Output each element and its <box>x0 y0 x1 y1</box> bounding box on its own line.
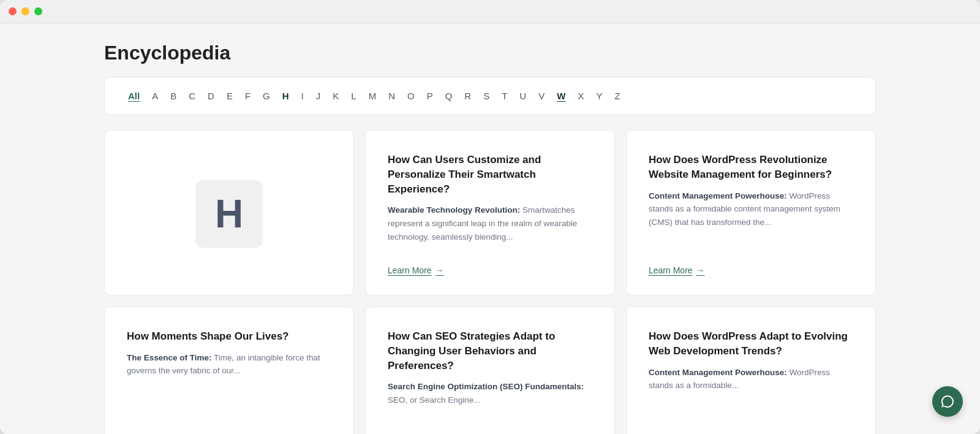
card-content: How Moments Shape Our Lives? The Essence… <box>127 329 331 419</box>
close-button[interactable] <box>9 7 17 15</box>
card-subtitle: The Essence of Time: <box>127 353 212 362</box>
seo-card: How Can SEO Strategies Adapt to Changing… <box>365 306 615 434</box>
alpha-link-m[interactable]: M <box>363 88 383 104</box>
card-title: How Does WordPress Adapt to Evolving Web… <box>649 329 853 359</box>
page-content: Encyclopedia All A B C D E F G H I J K L… <box>0 23 980 434</box>
card-content: How Can Users Customize and Personalize … <box>388 153 592 265</box>
letter-container: H <box>127 153 331 275</box>
card-title: How Can Users Customize and Personalize … <box>388 153 592 196</box>
wordpress-trends-card: How Does WordPress Adapt to Evolving Web… <box>626 306 876 434</box>
alpha-link-s[interactable]: S <box>477 88 496 104</box>
wordpress-card: How Does WordPress Revolutionize Website… <box>626 130 876 295</box>
minimize-button[interactable] <box>21 7 29 15</box>
card-title: How Can SEO Strategies Adapt to Changing… <box>388 329 592 373</box>
alpha-link-z[interactable]: Z <box>608 88 626 104</box>
moments-card: How Moments Shape Our Lives? The Essence… <box>104 306 354 434</box>
titlebar <box>0 0 980 23</box>
card-title: How Does WordPress Revolutionize Website… <box>649 153 853 182</box>
page-title: Encyclopedia <box>0 23 980 77</box>
card-title: How Moments Shape Our Lives? <box>127 329 331 344</box>
alpha-link-p[interactable]: P <box>421 88 439 104</box>
alpha-link-o[interactable]: O <box>401 88 421 104</box>
letter-card: H <box>104 130 354 295</box>
card-desc: Wearable Technology Revolution: Smartwat… <box>388 204 592 243</box>
card-subtitle: Search Engine Optimization (SEO) Fundame… <box>388 382 584 391</box>
learn-more-smartwatch[interactable]: Learn More → <box>388 265 592 275</box>
cards-row-2: How Moments Shape Our Lives? The Essence… <box>104 306 876 434</box>
alpha-link-w[interactable]: W <box>551 88 571 104</box>
alpha-link-d[interactable]: D <box>202 88 221 104</box>
letter-box: H <box>195 180 263 248</box>
alpha-link-u[interactable]: U <box>513 88 532 104</box>
card-content: How Does WordPress Revolutionize Website… <box>649 153 853 265</box>
card-desc: Content Management Powerhouse: WordPress… <box>649 366 853 392</box>
alpha-link-all[interactable]: All <box>122 88 146 104</box>
alpha-link-t[interactable]: T <box>496 88 513 104</box>
alpha-link-k[interactable]: K <box>326 88 345 104</box>
chat-bubble-button[interactable] <box>932 386 963 417</box>
alphabet-nav: All A B C D E F G H I J K L M N O P Q R … <box>104 77 876 115</box>
card-subtitle: Wearable Technology Revolution: <box>388 205 520 215</box>
alpha-link-c[interactable]: C <box>183 88 202 104</box>
cards-section: H How Can Users Customize and Personaliz… <box>104 130 876 434</box>
alpha-link-g[interactable]: G <box>257 88 276 104</box>
alpha-link-a[interactable]: A <box>146 88 164 104</box>
alpha-link-h[interactable]: H <box>276 88 295 104</box>
alpha-link-y[interactable]: Y <box>590 88 608 104</box>
alpha-link-i[interactable]: I <box>295 88 310 104</box>
card-desc: Search Engine Optimization (SEO) Fundame… <box>388 380 592 406</box>
card-content: How Does WordPress Adapt to Evolving Web… <box>649 329 853 419</box>
browser-window: Encyclopedia All A B C D E F G H I J K L… <box>0 0 980 434</box>
alpha-link-b[interactable]: B <box>164 88 183 104</box>
alpha-link-j[interactable]: J <box>310 88 327 104</box>
alpha-link-n[interactable]: N <box>382 88 401 104</box>
alpha-link-l[interactable]: L <box>345 88 362 104</box>
alpha-link-f[interactable]: F <box>239 88 257 104</box>
card-subtitle: Content Management Powerhouse: <box>649 191 787 200</box>
chat-icon <box>940 394 955 409</box>
alpha-link-r[interactable]: R <box>458 88 477 104</box>
card-body: SEO, or Search Engine... <box>388 395 481 405</box>
smartwatch-card: How Can Users Customize and Personalize … <box>365 130 615 295</box>
maximize-button[interactable] <box>34 7 42 15</box>
card-desc: Content Management Powerhouse: WordPress… <box>649 189 853 229</box>
alpha-link-e[interactable]: E <box>221 88 239 104</box>
letter-display: H <box>215 194 243 234</box>
alpha-link-v[interactable]: V <box>532 88 551 104</box>
card-desc: The Essence of Time: Time, an intangible… <box>127 351 331 378</box>
cards-row-1: H How Can Users Customize and Personaliz… <box>104 130 876 295</box>
alpha-link-x[interactable]: X <box>571 88 590 104</box>
card-subtitle: Content Management Powerhouse: <box>649 368 787 377</box>
card-content: How Can SEO Strategies Adapt to Changing… <box>388 329 592 419</box>
traffic-lights <box>9 7 42 15</box>
learn-more-wordpress[interactable]: Learn More → <box>649 265 853 275</box>
alpha-link-q[interactable]: Q <box>439 88 459 104</box>
